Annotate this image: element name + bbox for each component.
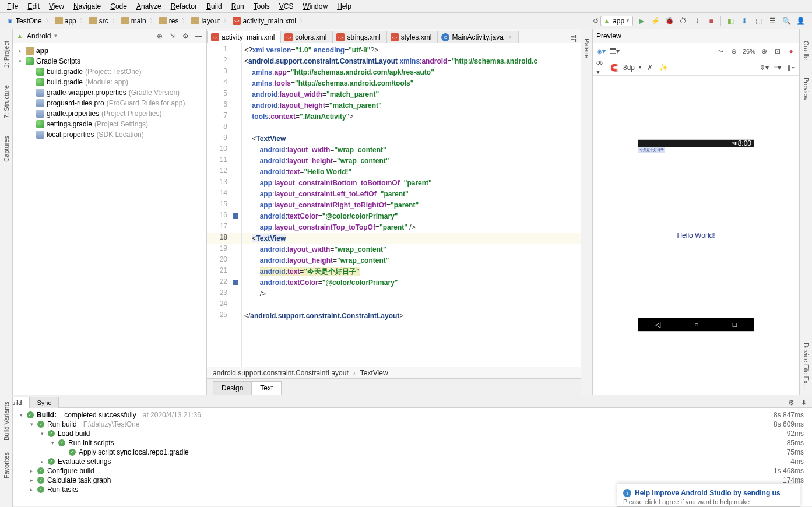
search-icon[interactable]: 🔍 xyxy=(782,16,791,26)
tree-gradle-scripts[interactable]: Gradle Scripts xyxy=(36,57,80,65)
tab-text[interactable]: Text xyxy=(251,381,282,395)
sdk-manager-icon[interactable]: ⬇ xyxy=(740,16,749,26)
menu-run[interactable]: Run xyxy=(228,1,248,12)
preview-textview-center[interactable]: Hello World! xyxy=(677,231,715,240)
crumb-textview[interactable]: TextView xyxy=(360,369,388,377)
editor-tab[interactable]: <>strings.xml xyxy=(332,31,386,43)
tree-item[interactable]: proguard-rules.pro (ProGuard Rules for a… xyxy=(16,98,203,108)
layout-inspector-icon[interactable]: ⬚ xyxy=(754,16,763,26)
zoom-out-icon[interactable]: ⊖ xyxy=(729,47,739,56)
editor-tab[interactable]: <>styles.xml xyxy=(386,31,438,43)
project-view-select[interactable]: Android xyxy=(27,32,51,40)
toolwin-preview[interactable]: Preview xyxy=(803,78,810,100)
guidelines-icon[interactable]: ⫿▾ xyxy=(786,63,796,72)
infer-constraints-icon[interactable]: ✨ xyxy=(659,63,668,72)
build-root-row[interactable]: ▾✓ Build: completed successfully at 2020… xyxy=(18,410,807,420)
apply-changes-icon[interactable]: ⚡ xyxy=(651,16,660,26)
expand-arrow[interactable]: ▾ xyxy=(16,58,23,64)
menu-vcs[interactable]: VCS xyxy=(276,1,297,12)
tab-design[interactable]: Design xyxy=(213,381,252,395)
avd-manager-icon[interactable]: ◧ xyxy=(726,16,735,26)
profile-icon[interactable]: ⏱ xyxy=(679,16,688,26)
debug-button[interactable]: 🐞 xyxy=(665,16,674,26)
attach-debugger-icon[interactable]: ⤓ xyxy=(693,16,702,26)
menu-window[interactable]: Window xyxy=(299,1,331,12)
menu-view[interactable]: View xyxy=(45,1,68,12)
gear-icon[interactable]: ⚙ xyxy=(181,31,190,41)
menu-refactor[interactable]: Refactor xyxy=(167,1,201,12)
tree-item[interactable]: settings.gradle (Project Settings) xyxy=(16,119,203,129)
build-task-row[interactable]: ▾✓Load build92ms xyxy=(18,429,807,438)
menu-build[interactable]: Build xyxy=(203,1,226,12)
editor-tab[interactable]: CMainActivity.java✕ xyxy=(437,31,518,43)
breadcrumb-item[interactable]: src xyxy=(87,16,111,26)
tree-app[interactable]: app xyxy=(36,47,48,55)
editor-body[interactable]: 1234567891011121314151617181920212223242… xyxy=(207,43,581,367)
breadcrumb-item[interactable]: main xyxy=(119,16,149,26)
download-icon[interactable]: ⬇ xyxy=(799,398,809,407)
zoom-fit-icon[interactable]: ⊡ xyxy=(773,47,782,56)
toolwin-favorites[interactable]: Favorites xyxy=(3,452,10,478)
close-icon[interactable]: ✕ xyxy=(508,34,512,40)
view-options-icon[interactable]: 👁▾ xyxy=(596,63,606,72)
project-tree[interactable]: ▸app ▾Gradle Scripts build.gradle (Proje… xyxy=(13,43,206,395)
build-task-row[interactable]: ▾✓Run init scripts85ms xyxy=(18,438,807,448)
breadcrumb-item[interactable]: <>activity_main.xml xyxy=(230,16,298,26)
menu-code[interactable]: Code xyxy=(107,1,131,12)
breadcrumb-item[interactable]: layout xyxy=(189,16,222,26)
menu-edit[interactable]: Edit xyxy=(24,1,43,12)
toolwin-gradle[interactable]: Gradle xyxy=(803,41,810,60)
build-task-row[interactable]: ✓Apply script sync.local.repo1.gradle75m… xyxy=(18,448,807,457)
pack-icon[interactable]: ⇕▾ xyxy=(760,63,769,72)
menu-file[interactable]: File xyxy=(3,1,22,12)
refresh-icon[interactable]: ⤳ xyxy=(716,47,725,56)
magnet-icon[interactable]: 🧲 xyxy=(610,63,619,72)
toolwin-device-file-explorer[interactable]: Device File Ex... xyxy=(803,343,810,389)
scroll-from-source-icon[interactable]: ⊕ xyxy=(155,31,164,41)
run-button[interactable]: ▶ xyxy=(637,16,646,26)
tree-item[interactable]: local.properties (SDK Location) xyxy=(16,129,203,140)
toolwin-palette[interactable]: Palette xyxy=(583,38,590,58)
menu-tools[interactable]: Tools xyxy=(250,1,273,12)
menu-analyze[interactable]: Analyze xyxy=(133,1,165,12)
editor-tab[interactable]: <>activity_main.xml xyxy=(207,31,281,43)
breadcrumb-item[interactable]: ▣TestOne xyxy=(3,16,44,26)
toolwin-captures[interactable]: Captures xyxy=(3,136,10,162)
build-task-row[interactable]: ▾✓Run buildF:\daluzy\TestOne8s 609ms xyxy=(18,420,807,429)
code-area[interactable]: <?xml version="1.0" encoding="utf-8"?><a… xyxy=(242,43,581,367)
align-icon[interactable]: ≡▾ xyxy=(773,63,782,72)
crumb-layout[interactable]: android.support.constraint.ConstraintLay… xyxy=(213,369,349,377)
breadcrumb-item[interactable]: app xyxy=(52,16,79,26)
expand-arrow[interactable]: ▸ xyxy=(16,48,23,54)
user-icon[interactable]: 👤 xyxy=(796,16,805,26)
build-task-row[interactable]: ▸✓Configure build1s 468ms xyxy=(18,466,807,476)
tree-item[interactable]: gradle.properties (Project Properties) xyxy=(16,108,203,119)
project-structure-icon[interactable]: ☰ xyxy=(768,16,777,26)
tree-item[interactable]: build.gradle (Project: TestOne) xyxy=(16,66,203,77)
toolwin-structure[interactable]: 7: Structure xyxy=(3,85,10,118)
menu-help[interactable]: Help xyxy=(333,1,355,12)
tree-item[interactable]: gradle-wrapper.properties (Gradle Versio… xyxy=(16,87,203,98)
gear-icon[interactable]: ⚙ xyxy=(786,398,796,407)
toolwin-project[interactable]: 1: Project xyxy=(3,41,10,68)
error-icon[interactable]: ● xyxy=(786,47,796,56)
design-surface-icon[interactable]: ◈▾ xyxy=(596,47,606,56)
build-tab-sync[interactable]: Sync xyxy=(29,397,58,408)
hide-icon[interactable]: — xyxy=(194,31,203,41)
breadcrumb-item[interactable]: res xyxy=(157,16,181,26)
override-margin[interactable]: 8dp xyxy=(623,64,635,72)
editor-tab[interactable]: <>colors.xml xyxy=(280,31,333,43)
menu-navigate[interactable]: Navigate xyxy=(70,1,104,12)
help-popup[interactable]: iHelp improve Android Studio by sending … xyxy=(617,484,800,507)
orientation-icon[interactable]: 🗖▾ xyxy=(610,47,619,56)
sync-icon[interactable]: ↺ xyxy=(591,16,600,26)
toolwin-build-variants[interactable]: Build Variants xyxy=(3,402,10,441)
show-target-icon[interactable]: ≡¦ xyxy=(569,33,578,43)
clear-constraints-icon[interactable]: ✗ xyxy=(645,63,655,72)
stop-button[interactable]: ■ xyxy=(706,16,716,26)
tree-item[interactable]: build.gradle (Module: app) xyxy=(16,77,203,87)
collapse-icon[interactable]: ⇲ xyxy=(168,31,177,41)
zoom-in-icon[interactable]: ⊕ xyxy=(760,47,769,56)
build-task-row[interactable]: ▸✓Evaluate settings4ms xyxy=(18,457,807,466)
preview-canvas[interactable]: ▾▮8:00 今天是个好日子 Hello World! ◁○□ xyxy=(593,76,799,395)
